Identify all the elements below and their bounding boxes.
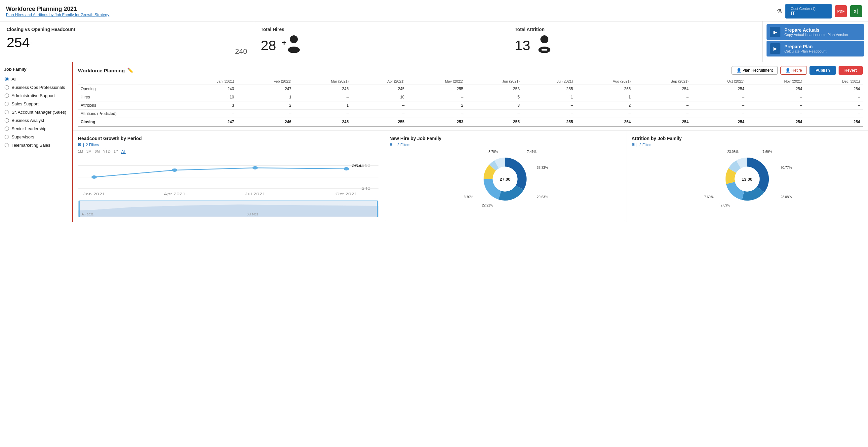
kpi-total-hires: Total Hires 28 +: [254, 22, 508, 62]
kpi-total-attrition: Total Attrition 13: [508, 22, 762, 62]
table-header-cell: Apr (2021): [351, 78, 407, 85]
header: Workforce Planning 2021 Plan Hires and A…: [0, 0, 868, 22]
sidebar-item-business-analyst[interactable]: Business Analyst: [4, 116, 68, 125]
table-cell: 255: [522, 118, 576, 127]
line-chart-svg: 260 240 254: [78, 156, 378, 198]
table-cell: 10: [351, 93, 407, 101]
prepare-actuals-subtitle: Copy Actual Headcount to Plan Version: [784, 33, 848, 37]
workforce-table: Jan (2021)Feb (2021)Mar (2021)Apr (2021)…: [78, 78, 863, 127]
revert-button[interactable]: Revert: [839, 66, 863, 75]
pdf-export-button[interactable]: PDF: [835, 5, 847, 17]
table-cell: 254: [576, 118, 633, 127]
time-filter-6m[interactable]: 6M: [95, 149, 100, 154]
attrition-chart-title: Attrition by Job Family: [632, 136, 863, 141]
table-row: Closing247246245255253255255254254254254…: [78, 118, 863, 127]
cost-center-label: Cost Center (1): [790, 7, 826, 10]
sidebar-item-sr.-account-manager-(sales)[interactable]: Sr. Account Manager (Sales): [4, 108, 68, 116]
time-filter-all[interactable]: All: [121, 149, 125, 154]
prepare-plan-button[interactable]: ▶ Prepare Plan Calculate Plan Headcount: [767, 41, 864, 57]
table-cell: –: [633, 93, 691, 101]
table-cell: 255: [407, 85, 466, 93]
kpi-attrition-value: 13: [515, 38, 530, 54]
sidebar-item-senior-leadership[interactable]: Senior Leadership: [4, 125, 68, 133]
kpi-row: Closing vs Opening Headcount 254 240 Tot…: [0, 22, 868, 62]
row-label: Closing: [78, 118, 181, 127]
new-hire-chart: New Hire by Job Family ⊞ | 2 Filters: [384, 131, 626, 222]
svg-text:254: 254: [352, 164, 362, 168]
headcount-filters-label[interactable]: 2 Filters: [86, 143, 99, 147]
table-cell: 1: [576, 93, 633, 101]
table-cell: 253: [466, 85, 522, 93]
svg-text:13.00: 13.00: [742, 177, 753, 182]
retire-button[interactable]: 👤 Retire: [780, 66, 807, 75]
add-person-icon: +: [281, 35, 301, 57]
table-cell: 240: [181, 85, 237, 93]
table-cell: –: [633, 110, 691, 118]
sidebar-item-label: Telemarketing Sales: [11, 143, 50, 148]
svg-text:Jan 2021: Jan 2021: [83, 192, 105, 196]
table-cell: 10: [181, 93, 237, 101]
new-hire-filters-label[interactable]: 2 Filters: [397, 143, 410, 147]
sidebar-item-sales-support[interactable]: Sales Support: [4, 100, 68, 108]
sidebar-item-business-ops-professionals[interactable]: Business Ops Professionals: [4, 83, 68, 92]
time-filter-3m[interactable]: 3M: [86, 149, 91, 154]
svg-point-3: [290, 35, 298, 43]
sidebar-item-supervisors[interactable]: Supervisors: [4, 133, 68, 141]
mini-chart-svg: [78, 200, 378, 217]
table-cell: –: [633, 101, 691, 110]
table-header-row: Jan (2021)Feb (2021)Mar (2021)Apr (2021)…: [78, 78, 863, 85]
headcount-growth-chart: Headcount Growth by Period ⊞ | 2 Filters…: [73, 131, 384, 222]
sidebar-title: Job Family: [4, 67, 68, 72]
workforce-planning-section: Workforce Planning ✏️ 👤 Plan Recruitment…: [73, 62, 868, 131]
plan-recruitment-button[interactable]: 👤 Plan Recruitment: [732, 66, 778, 75]
svg-point-14: [92, 175, 97, 179]
table-cell: 254: [747, 118, 805, 127]
table-cell: –: [407, 110, 466, 118]
time-filter-1m[interactable]: 1M: [78, 149, 83, 154]
new-hire-label-3-70a: 3.70%: [489, 150, 498, 154]
table-cell: –: [351, 101, 407, 110]
edit-icon[interactable]: ✏️: [127, 67, 133, 73]
svg-point-15: [172, 168, 177, 172]
table-row: Attritions321–23–2––––: [78, 101, 863, 110]
svg-marker-23: [78, 204, 378, 217]
row-label: Attritions: [78, 101, 181, 110]
sidebar-item-telemarketing-sales[interactable]: Telemarketing Sales: [4, 141, 68, 149]
time-filter-1y[interactable]: 1Y: [114, 149, 118, 154]
table-cell: –: [522, 101, 576, 110]
attrition-label-23-08a: 23.08%: [727, 150, 738, 154]
charts-row: Headcount Growth by Period ⊞ | 2 Filters…: [73, 131, 868, 222]
new-hire-label-29-63: 29.63%: [537, 195, 548, 199]
prepare-actuals-text: Prepare Actuals Copy Actual Headcount to…: [784, 27, 848, 37]
svg-text:X: X: [854, 9, 857, 14]
cost-center-value: IT: [790, 10, 826, 16]
table-cell: 254: [691, 118, 747, 127]
sidebar-item-label: Business Analyst: [11, 118, 44, 123]
sidebar-item-all[interactable]: All: [4, 75, 68, 83]
svg-text:Apr 2021: Apr 2021: [164, 192, 185, 196]
table-body: Opening240247246245255253255255254254254…: [78, 85, 863, 127]
attrition-filter-icon: ⊞: [632, 142, 634, 147]
publish-button[interactable]: Publish: [809, 66, 836, 75]
cost-center-button[interactable]: Cost Center (1) IT: [785, 4, 832, 19]
table-header-cell: May (2021): [407, 78, 466, 85]
prepare-plan-title: Prepare Plan: [784, 44, 826, 49]
sidebar-item-administrative-support[interactable]: Administrative Support: [4, 92, 68, 100]
svg-point-4: [288, 46, 300, 53]
kpi-closing-sub-value: 240: [7, 47, 247, 56]
filter-icon[interactable]: ⚗: [777, 8, 782, 15]
excel-export-button[interactable]: X: [850, 5, 862, 17]
table-cell: 254: [633, 85, 691, 93]
table-cell: 255: [466, 118, 522, 127]
prepare-actuals-button[interactable]: ▶ Prepare Actuals Copy Actual Headcount …: [767, 24, 864, 40]
sidebar-item-label: Senior Leadership: [11, 126, 46, 131]
table-cell: –: [747, 101, 805, 110]
time-filter-ytd[interactable]: YTD: [103, 149, 111, 154]
table-cell: 246: [237, 118, 294, 127]
attrition-donut: 13.00 7.69% 23.08% 30.77% 23.08% 7.69% 7…: [717, 149, 777, 209]
wp-header: Workforce Planning ✏️ 👤 Plan Recruitment…: [78, 66, 863, 75]
attrition-filters-label[interactable]: 2 Filters: [639, 143, 652, 147]
app-subtitle[interactable]: Plan Hires and Attritions by Job Family …: [6, 12, 110, 17]
table-cell: –: [805, 101, 863, 110]
table-row: Attritions (Predicted)––––––––––––: [78, 110, 863, 118]
